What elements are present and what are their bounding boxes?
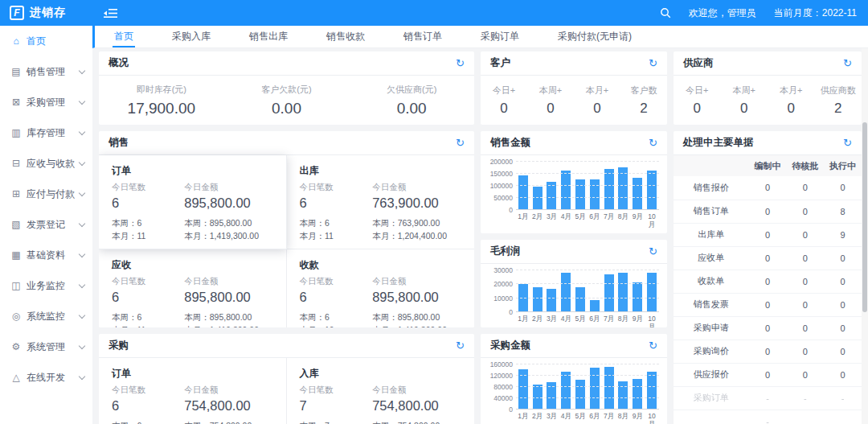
page-scrollbar-thumb[interactable] (862, 122, 867, 312)
x-axis-label: 6月 (588, 315, 602, 327)
chart-bar[interactable] (575, 287, 585, 312)
chart-bar[interactable] (590, 179, 600, 210)
refresh-icon[interactable]: ↻ (649, 340, 657, 351)
refresh-icon[interactable]: ↻ (843, 58, 852, 68)
table-row[interactable]: 采购订单--- (674, 386, 862, 410)
doc-type-cell: 收款单 (674, 270, 749, 293)
tab-4[interactable]: 销售订单 (384, 26, 461, 47)
table-row[interactable]: 销售发票000 (674, 293, 862, 316)
sidebar-collapse-icon[interactable] (104, 8, 117, 19)
chart-bar[interactable] (633, 178, 642, 210)
metric-section-入库[interactable]: 入库今日笔数7本周：7今日金额754,800.00本周：754,800.00 (287, 358, 475, 424)
refresh-icon[interactable]: ↻ (649, 138, 657, 148)
chart-bar[interactable] (533, 287, 542, 312)
chart-bar[interactable] (561, 372, 571, 410)
bar-slot (516, 162, 530, 210)
sales-card: 销售 ↻ 订单今日笔数6本周：6本月：11今日金额895,800.00本周：89… (99, 131, 474, 327)
bar-slot (616, 364, 631, 410)
chart-bar[interactable] (647, 273, 657, 312)
sidebar-item-10[interactable]: ⚙系统管理 (0, 331, 92, 362)
chevron-down-icon (79, 220, 85, 226)
stat-label: 即时库存(元) (99, 84, 224, 96)
today-count-label: 今日笔数 (112, 182, 184, 193)
chart-bar[interactable] (561, 273, 571, 312)
doc-count-cell: - (786, 386, 824, 410)
table-row[interactable]: 收款单000 (674, 270, 862, 293)
table-row[interactable]: 出库单009 (674, 223, 862, 246)
chart-bar[interactable] (590, 368, 600, 410)
tab-6[interactable]: 采购付款(无申请) (538, 26, 651, 47)
suppliers-card: 供应商 ↻ 今日+0本周+0本月+0供应商数2 (674, 51, 862, 125)
chart-bar[interactable] (561, 171, 571, 211)
doc-count-cell: 0 (786, 176, 824, 200)
stat-label: 客户数 (620, 84, 667, 97)
metric-section-应收[interactable]: 应收今日笔数6本周：6本月：11今日金额895,800.00本周：895,800… (99, 249, 287, 327)
metric-section-订单[interactable]: 订单今日笔数6本周：6今日金额754,800.00本周：754,800.00 (99, 358, 287, 424)
current-period-label[interactable]: 当前月度：2022-11 (774, 6, 857, 20)
tab-2[interactable]: 销售出库 (230, 26, 307, 47)
refresh-icon[interactable]: ↻ (456, 138, 465, 148)
sidebar-item-9[interactable]: ◎系统监控 (0, 301, 92, 331)
chart-bar[interactable] (604, 169, 614, 210)
table-row[interactable]: - (674, 410, 862, 424)
bar-slot (573, 270, 588, 312)
table-row[interactable]: 采购申请000 (674, 316, 862, 340)
gross-profit-chart-card: 毛利润 ↻ 0100002000030000 1月2月3月4月5月6月7月8月9… (481, 240, 667, 327)
chart-bar[interactable] (533, 187, 542, 210)
sidebar-item-0[interactable]: ⌂首页 (0, 26, 92, 56)
table-row[interactable]: 销售报价000 (674, 176, 862, 200)
chart-bar[interactable] (633, 379, 642, 410)
refresh-icon[interactable]: ↻ (843, 138, 852, 148)
refresh-icon[interactable]: ↻ (649, 246, 657, 257)
table-column-header: 执行中 (824, 155, 862, 176)
chart-bar[interactable] (547, 182, 556, 210)
y-axis-tick: 200000 (490, 158, 513, 166)
search-icon[interactable] (660, 7, 671, 19)
refresh-icon[interactable]: ↻ (456, 58, 465, 68)
chart-title: 采购金额 (490, 339, 530, 352)
metric-section-收款[interactable]: 收款今日笔数6本周：6本月：10今日金额895,800.00本周：895,800… (287, 249, 475, 327)
sidebar-item-1[interactable]: ▤销售管理 (0, 56, 92, 87)
sidebar-item-2[interactable]: ⊠采购管理 (0, 87, 92, 117)
sidebar-item-3[interactable]: ▥库存管理 (0, 117, 92, 148)
sidebar-item-4[interactable]: ⊟应收与收款 (0, 148, 92, 179)
chart-bar[interactable] (575, 179, 585, 210)
sidebar-item-label: 系统管理 (27, 340, 65, 354)
chart-bar[interactable] (647, 372, 657, 410)
welcome-user-label[interactable]: 欢迎您，管理员 (689, 6, 756, 20)
tab-1[interactable]: 采购入库 (153, 26, 230, 47)
table-row[interactable]: 供应报价000 (674, 363, 862, 386)
table-row[interactable]: 采购询价000 (674, 340, 862, 363)
table-row[interactable]: 应收单000 (674, 246, 862, 270)
tab-0[interactable]: 首页 (95, 26, 153, 47)
stat: 今日+0 (674, 84, 721, 117)
stat-value: 0 (481, 101, 527, 117)
sidebar-item-8[interactable]: ◫业务监控 (0, 270, 92, 301)
tab-5[interactable]: 采购订单 (461, 26, 538, 47)
month-amount: 本月：1,419,300.00 (372, 323, 461, 327)
metric-section-订单[interactable]: 订单今日笔数6本周：6本月：11今日金额895,800.00本周：895,800… (99, 155, 287, 249)
table-row[interactable]: 销售订单008 (674, 200, 862, 223)
base-data-icon: ▦ (10, 249, 22, 261)
refresh-icon[interactable]: ↻ (456, 340, 465, 351)
sidebar-item-7[interactable]: ▦基础资料 (0, 240, 92, 270)
metric-section-出库[interactable]: 出库今日笔数6本周：6本月：11今日金额763,900.00本周：763,900… (287, 155, 475, 249)
chart-bar[interactable] (647, 171, 657, 211)
chart-bar[interactable] (604, 274, 614, 312)
chart-bar[interactable] (618, 273, 628, 312)
sidebar-item-11[interactable]: △在线开发 (0, 362, 92, 393)
sidebar-item-6[interactable]: ▧发票登记 (0, 209, 92, 240)
sidebar-item-5[interactable]: ⊞应付与付款 (0, 179, 92, 209)
today-count-label: 今日笔数 (300, 276, 373, 287)
chart-bar[interactable] (604, 367, 614, 410)
today-amount-value: 895,800.00 (184, 196, 272, 211)
chart-bar[interactable] (618, 167, 628, 210)
app-logo[interactable]: F 进销存 (0, 6, 92, 20)
tab-3[interactable]: 销售收款 (307, 26, 384, 47)
chart-bar[interactable] (575, 380, 585, 410)
chart-bar[interactable] (518, 175, 528, 211)
section-name: 应收 (112, 258, 273, 272)
chart-bar[interactable] (547, 289, 556, 312)
chart-bar[interactable] (590, 300, 600, 312)
refresh-icon[interactable]: ↻ (649, 58, 657, 68)
